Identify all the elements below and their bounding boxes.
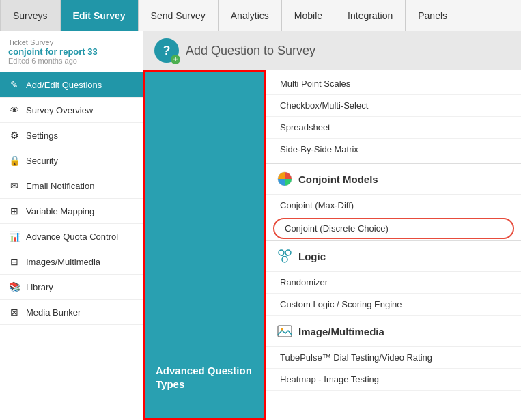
- eye-icon: 👁: [8, 104, 20, 115]
- sidebar-label: Variable Mapping: [26, 206, 94, 216]
- svg-rect-6: [278, 326, 292, 337]
- nav-analytics[interactable]: Analytics: [219, 0, 282, 31]
- nav-edit-survey[interactable]: Edit Survey: [61, 0, 139, 31]
- item-custom-logic[interactable]: Custom Logic / Scoring Engine: [266, 294, 521, 316]
- sidebar-label: Survey Overview: [26, 105, 93, 115]
- item-conjoint-max-diff[interactable]: Conjoint (Max-Diff): [266, 195, 521, 216]
- top-navigation: Surveys Edit Survey Send Survey Analytic…: [0, 0, 521, 31]
- image-multimedia-header: Image/Multimedia: [266, 316, 521, 347]
- sidebar-item-variable-mapping[interactable]: ⊞ Variable Mapping: [0, 199, 143, 224]
- sidebar-item-email-notification[interactable]: ✉ Email Notification: [0, 173, 143, 199]
- advanced-question-types-label: Advanced Question Types: [145, 357, 264, 397]
- sidebar-label: Advance Quota Control: [26, 232, 118, 242]
- sidebar-item-survey-overview[interactable]: 👁 Survey Overview: [0, 98, 143, 123]
- lock-icon: 🔒: [8, 155, 20, 166]
- survey-info: Ticket Survey conjoint for report 33 Edi…: [0, 31, 143, 72]
- image-section-icon: [277, 323, 293, 339]
- grid-icon: ⊞: [8, 206, 20, 216]
- conjoint-header: Conjoint Models: [266, 164, 521, 195]
- logic-section: Logic Randomizer Custom Logic / Scoring …: [266, 240, 521, 316]
- item-tubepulse[interactable]: TubePulse™ Dial Testing/Video Rating: [266, 347, 521, 369]
- sidebar-item-images-multimedia[interactable]: ⊟ Images/Multimedia: [0, 249, 143, 275]
- svg-point-2: [285, 250, 291, 255]
- item-conjoint-discrete-choice[interactable]: Conjoint (Discrete Choice): [273, 218, 514, 239]
- svg-line-5: [285, 255, 288, 257]
- sidebar-item-add-edit-questions[interactable]: ✎ Add/Edit Questions: [0, 72, 143, 98]
- item-side-by-side-matrix[interactable]: Side-By-Side Matrix: [266, 139, 521, 160]
- sidebar-label: Settings: [26, 130, 58, 141]
- svg-point-3: [282, 257, 287, 262]
- survey-label: Ticket Survey: [8, 38, 135, 46]
- add-question-icon: ?: [154, 38, 179, 63]
- sidebar-label: Images/Multimedia: [26, 257, 100, 267]
- add-question-header: ? Add Question to Survey: [143, 31, 521, 70]
- logic-label: Logic: [298, 251, 326, 262]
- image-multimedia-icon: ⊟: [8, 256, 20, 267]
- top-items: Multi Point Scales Checkbox/Multi-Select…: [266, 70, 521, 163]
- email-icon: ✉: [8, 180, 20, 191]
- sidebar-item-advance-quota-control[interactable]: 📊 Advance Quota Control: [0, 224, 143, 249]
- item-randomizer[interactable]: Randomizer: [266, 272, 521, 294]
- image-multimedia-section: Image/Multimedia TubePulse™ Dial Testing…: [266, 316, 521, 391]
- svg-line-4: [281, 255, 285, 257]
- item-heatmap[interactable]: Heatmap - Image Testing: [266, 369, 521, 391]
- survey-edited: Edited 6 months ago: [8, 57, 135, 65]
- svg-point-1: [279, 250, 284, 255]
- logic-header: Logic: [266, 241, 521, 272]
- advanced-question-types-panel: Advanced Question Types: [143, 70, 266, 420]
- right-panel: Multi Point Scales Checkbox/Multi-Select…: [266, 70, 521, 420]
- image-multimedia-label: Image/Multimedia: [298, 326, 384, 337]
- sidebar-label: Email Notification: [26, 181, 94, 191]
- conjoint-section: Conjoint Models Conjoint (Max-Diff) Conj…: [266, 163, 521, 239]
- nav-send-survey[interactable]: Send Survey: [139, 0, 219, 31]
- add-question-title: Add Question to Survey: [186, 44, 315, 58]
- pencil-icon: ✎: [8, 79, 20, 90]
- chart-icon: 📊: [8, 231, 20, 242]
- sidebar-item-library[interactable]: 📚 Library: [0, 275, 143, 300]
- main-container: Ticket Survey conjoint for report 33 Edi…: [0, 31, 521, 420]
- gear-icon: ⚙: [8, 130, 20, 141]
- sidebar-item-settings[interactable]: ⚙ Settings: [0, 123, 143, 148]
- sidebar: Ticket Survey conjoint for report 33 Edi…: [0, 31, 143, 420]
- panel-container: Advanced Question Types Multi Point Scal…: [143, 70, 521, 420]
- sidebar-label: Library: [26, 282, 53, 292]
- sidebar-item-media-bunker[interactable]: ⊠ Media Bunker: [0, 300, 143, 325]
- sidebar-item-security[interactable]: 🔒 Security: [0, 148, 143, 173]
- nav-surveys[interactable]: Surveys: [0, 0, 61, 31]
- nav-integration[interactable]: Integration: [335, 0, 406, 31]
- logic-icon: [277, 248, 293, 264]
- nav-panels[interactable]: Panels: [406, 0, 460, 31]
- survey-name: conjoint for report 33: [8, 46, 135, 57]
- item-checkbox-multi-select[interactable]: Checkbox/Multi-Select: [266, 95, 521, 117]
- item-spreadsheet[interactable]: Spreadsheet: [266, 117, 521, 139]
- sidebar-label: Security: [26, 156, 58, 166]
- conjoint-icon: [277, 171, 293, 187]
- item-multi-point-scales[interactable]: Multi Point Scales: [266, 73, 521, 95]
- sidebar-label: Media Bunker: [26, 307, 81, 318]
- nav-mobile[interactable]: Mobile: [282, 0, 335, 31]
- library-icon: 📚: [8, 281, 20, 292]
- conjoint-models-label: Conjoint Models: [298, 173, 378, 185]
- media-bunker-icon: ⊠: [8, 307, 20, 318]
- content-area: ? Add Question to Survey Advanced Questi…: [143, 31, 521, 420]
- sidebar-label: Add/Edit Questions: [26, 80, 102, 90]
